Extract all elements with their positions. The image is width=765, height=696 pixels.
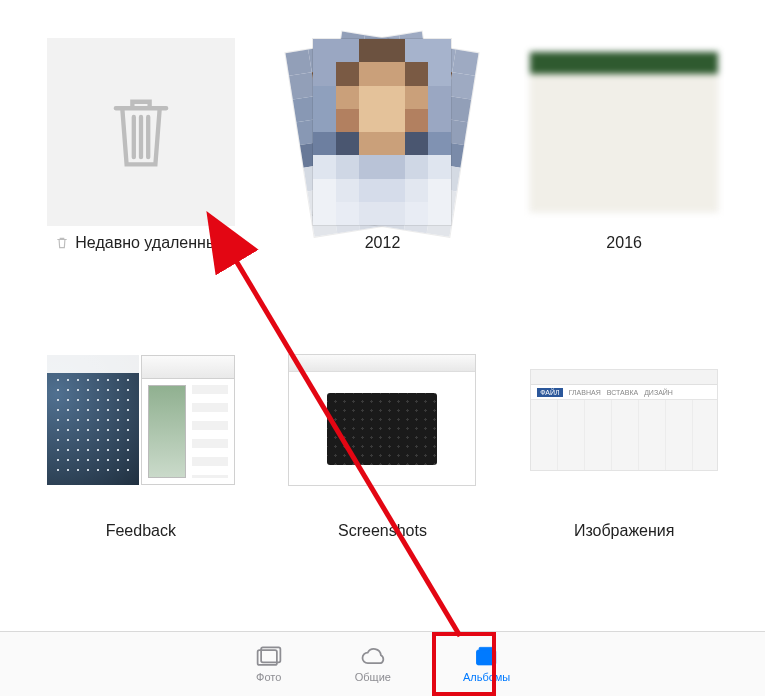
album-thumbnail xyxy=(288,38,476,226)
tab-label: Альбомы xyxy=(463,671,510,683)
svg-rect-3 xyxy=(479,647,495,650)
trash-icon xyxy=(55,236,69,250)
cloud-icon xyxy=(359,645,387,669)
album-thumbnail xyxy=(288,326,476,514)
photos-icon xyxy=(255,645,283,669)
album-2012[interactable]: 2012 xyxy=(270,38,496,298)
album-label-row: 2016 xyxy=(606,234,642,252)
album-label: 2012 xyxy=(365,234,401,252)
album-thumbnail: ФАЙЛГЛАВНАЯВСТАВКАДИЗАЙН xyxy=(530,326,718,514)
album-label: Изображения xyxy=(574,522,675,540)
album-2016[interactable]: 2016 xyxy=(511,38,737,298)
albums-icon xyxy=(473,645,501,669)
album-screenshots[interactable]: Screenshots xyxy=(270,326,496,586)
tab-photos[interactable]: Фото xyxy=(255,645,283,683)
tab-label: Фото xyxy=(256,671,281,683)
album-feedback[interactable]: Feedback xyxy=(28,326,254,586)
album-label-row: Недавно удаленные xyxy=(55,234,226,252)
album-thumbnail xyxy=(47,326,235,514)
album-images[interactable]: ФАЙЛГЛАВНАЯВСТАВКАДИЗАЙН Изображения xyxy=(511,326,737,586)
album-label: Недавно удаленные xyxy=(75,234,226,252)
album-label-row: Feedback xyxy=(106,522,176,540)
album-label-row: 2012 xyxy=(365,234,401,252)
album-thumbnail xyxy=(47,38,235,226)
albums-grid: Недавно удаленные 2012 2016 xyxy=(0,0,765,586)
svg-rect-2 xyxy=(476,650,495,665)
album-label: Screenshots xyxy=(338,522,427,540)
album-label-row: Изображения xyxy=(574,522,675,540)
album-label: 2016 xyxy=(606,234,642,252)
tab-shared[interactable]: Общие xyxy=(355,645,391,683)
tab-label: Общие xyxy=(355,671,391,683)
album-thumbnail xyxy=(530,38,718,226)
album-recently-deleted[interactable]: Недавно удаленные xyxy=(28,38,254,298)
photos-app-albums-screen: Недавно удаленные 2012 2016 xyxy=(0,0,765,696)
tab-albums[interactable]: Альбомы xyxy=(463,645,510,683)
album-label-row: Screenshots xyxy=(338,522,427,540)
album-label: Feedback xyxy=(106,522,176,540)
bottom-tab-bar: Фото Общие Альбомы xyxy=(0,631,765,696)
trash-icon xyxy=(105,91,177,173)
